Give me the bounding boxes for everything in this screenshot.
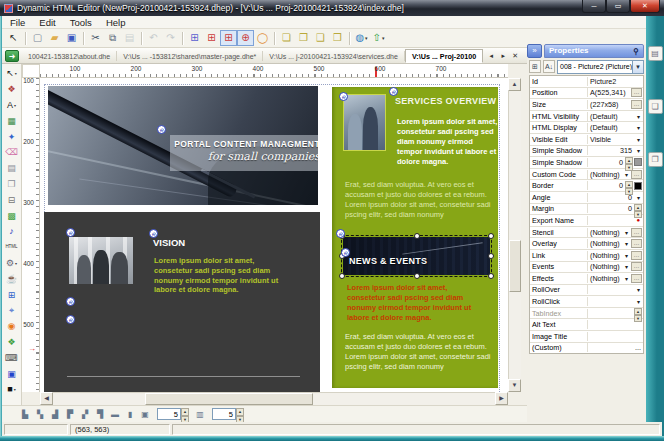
close-button[interactable]: ✕ (630, 0, 660, 13)
dropdown-arrow-icon[interactable]: ▾ (634, 113, 643, 120)
property-row[interactable]: Overlay(Nothing)▾… (530, 238, 643, 250)
anchor-marker[interactable]: e (336, 229, 345, 238)
ellipsis-button[interactable]: … (631, 274, 642, 283)
ellipsis-button[interactable]: … (631, 251, 642, 260)
property-value[interactable]: (Default) (588, 112, 634, 121)
vertical-scrollbar[interactable]: ▲ ▼ (508, 78, 521, 392)
spinner-arrows[interactable]: ▲▼ (181, 408, 189, 420)
hero-caption[interactable]: PORTAL CONTENT MANAGMENT for small compa… (170, 135, 318, 171)
scroll-up-button[interactable]: ▲ (508, 78, 521, 91)
select-tool[interactable]: ↖▾ (3, 66, 21, 82)
plugin-tool[interactable]: ❖ (3, 335, 21, 351)
spinner-control[interactable]: ▲▼ (634, 204, 642, 214)
news-image[interactable]: NEWS & EVENTS (343, 237, 490, 275)
preview-in-browser-button[interactable]: ◍▾ (353, 30, 370, 46)
anchor-marker[interactable]: e (389, 87, 398, 96)
copy-button[interactable]: ⧉ (104, 30, 121, 46)
menu-help[interactable]: Help (106, 17, 126, 28)
maximize-button[interactable]: ▭ (606, 0, 630, 13)
dropdown-arrow-icon[interactable]: ▾ (622, 229, 631, 236)
bring-forward-button[interactable]: ❑ (312, 30, 329, 46)
minimize-button[interactable]: ─ (582, 0, 606, 13)
ellipsis-button[interactable]: … (631, 100, 642, 109)
snap-to-grid-button[interactable]: ⊞ (220, 30, 237, 46)
same-size-button[interactable]: ▣ (138, 407, 152, 421)
property-value[interactable]: 0 (588, 193, 634, 202)
paste-button[interactable]: ▤ (121, 30, 138, 46)
zoom-settings-tool[interactable]: ⌖ (3, 303, 21, 319)
vertical-spacing-spinner[interactable]: 5▲▼ (212, 408, 244, 420)
properties-panel-header[interactable]: Properties ⚲ (544, 44, 644, 58)
ellipsis-button[interactable]: … (631, 262, 642, 271)
property-value[interactable]: (Nothing) (588, 228, 622, 237)
align-right-button[interactable]: ▟ (48, 407, 62, 421)
document-tab-1[interactable]: 100421-153812\about.dhe (22, 51, 117, 61)
tab-close-button[interactable]: ✕ (510, 52, 520, 60)
property-row[interactable]: Export Name● (530, 215, 643, 227)
image-tool[interactable]: ▦ (3, 113, 21, 129)
publish-button[interactable]: ⇧▾ (370, 30, 387, 46)
alphabetical-sort-button[interactable]: A↓ (543, 60, 555, 73)
scroll-right-button[interactable]: ▶ (495, 392, 508, 405)
page-properties-button[interactable]: ➜ (5, 50, 19, 62)
spinner-control[interactable]: ▲▼ (625, 181, 633, 191)
objects-panel-button[interactable]: ❏ (648, 99, 663, 114)
property-row[interactable]: PositionA(525,341)… (530, 88, 643, 100)
property-row[interactable]: HTML Display(Default)▾ (530, 122, 643, 134)
property-value[interactable]: (Nothing) (588, 251, 622, 260)
chevron-down-icon[interactable]: ▼ (632, 61, 643, 73)
horizontal-spacing-spinner-value[interactable]: 5 (157, 408, 181, 420)
scroll-left-button[interactable]: ◀ (40, 392, 53, 405)
property-row[interactable]: Custom Code(Nothing)▾… (530, 169, 643, 181)
document-tab-4[interactable]: V:\Us ... Proj-20100 (405, 49, 483, 63)
property-row[interactable]: (Custom)... (530, 343, 643, 354)
redo-button[interactable]: ↷ (162, 30, 179, 46)
align-middle-button[interactable]: ▞ (78, 407, 92, 421)
property-value[interactable]: Picture2 (588, 77, 643, 86)
property-row[interactable]: Events(Nothing)▾… (530, 262, 643, 274)
property-row[interactable]: Stencil(Nothing)▾… (530, 227, 643, 239)
anchor-marker[interactable]: e (66, 297, 75, 306)
form-field-tool[interactable]: ⌨ (3, 350, 21, 366)
undo-button[interactable]: ↶ (145, 30, 162, 46)
spinner-control[interactable]: ▲▼ (634, 308, 642, 318)
table-tool[interactable]: ⊞ (3, 287, 21, 303)
button-tool[interactable]: ▣ (3, 366, 21, 382)
property-row[interactable]: Simple Shadow315▾ (530, 146, 643, 158)
grid-settings-button[interactable]: ⊞ (203, 30, 220, 46)
rss-feed-tool[interactable]: ◉ (3, 319, 21, 335)
menu-tools[interactable]: Tools (70, 17, 92, 28)
menu-file[interactable]: File (10, 17, 25, 28)
anchor-marker[interactable]: e (339, 92, 348, 101)
spinner-control[interactable]: ▲▼ (625, 157, 633, 167)
dropdown-arrow-icon[interactable]: ▾ (622, 252, 631, 259)
bring-to-front-button[interactable]: ❏ (278, 30, 295, 46)
ellipsis-button[interactable]: … (631, 170, 642, 179)
pages-panel-button[interactable]: ❐ (648, 152, 663, 167)
sound-tool[interactable]: ♪ (3, 224, 21, 240)
eraser-tool[interactable]: ⌫ (3, 145, 21, 161)
document-tab-2[interactable]: V:\Us ... -153812\shared\master-page.dhe… (117, 51, 263, 61)
spinner-arrows[interactable]: ▲▼ (236, 408, 244, 420)
anchor-marker[interactable]: e (66, 228, 75, 237)
ellipsis-button[interactable]: … (631, 228, 642, 237)
dropdown-arrow-icon[interactable]: ▾ (622, 263, 631, 270)
align-bottom-button[interactable]: ▜ (93, 407, 107, 421)
property-value[interactable]: Visible (588, 135, 634, 144)
dropdown-arrow-icon[interactable]: ▾ (634, 124, 643, 131)
property-row[interactable]: Visible EditVisible▾ (530, 134, 643, 146)
library-panel-button[interactable]: ▤ (648, 46, 663, 61)
dropdown-arrow-icon[interactable]: ▾ (622, 275, 631, 282)
stencil-tool[interactable]: ▩ (3, 208, 21, 224)
vision-photo-1[interactable] (69, 237, 133, 284)
align-top-button[interactable]: ▛ (63, 407, 77, 421)
property-value[interactable]: ... (588, 343, 643, 352)
property-row[interactable]: Link(Nothing)▾… (530, 250, 643, 262)
java-applet-tool[interactable]: ☕ (3, 271, 21, 287)
zoom-grid-button[interactable]: ⊕ (237, 30, 254, 46)
property-value[interactable]: (Nothing) (588, 262, 622, 271)
services-panel[interactable]: SERVICES OVERVIEW Lorem ipsum dolor sit … (332, 87, 498, 388)
text-tool[interactable]: A▾ (3, 98, 21, 114)
design-canvas[interactable]: PORTAL CONTENT MANAGMENT for small compa… (40, 78, 508, 392)
vision-panel[interactable]: VISION Lorem ipsum dolor sit amet, conse… (44, 212, 320, 392)
